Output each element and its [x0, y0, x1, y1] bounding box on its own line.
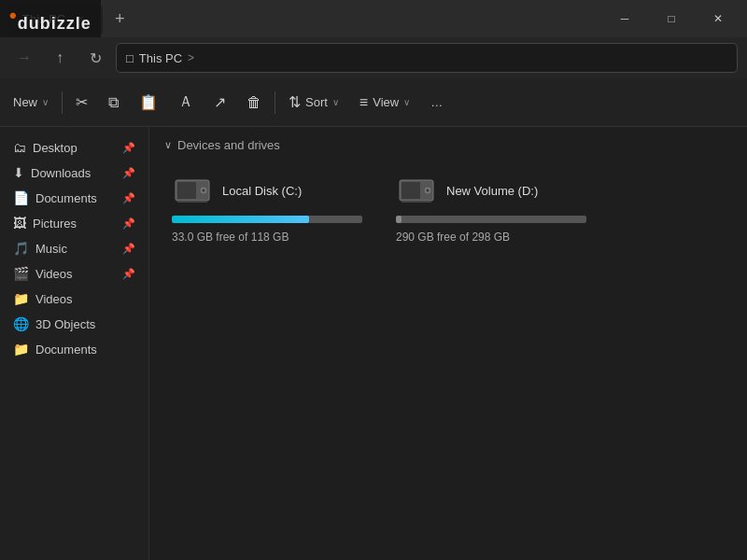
address-icon: □	[126, 51, 134, 65]
new-button[interactable]: New ∨	[4, 84, 58, 121]
sidebar-icon-videos2: 📁	[13, 291, 29, 306]
address-chevron-icon: >	[188, 51, 194, 64]
sidebar-item-3dobjects[interactable]: 🌐 3D Objects	[4, 312, 145, 336]
sort-caret-icon: ∨	[332, 97, 339, 107]
paste-button[interactable]: 📋	[130, 84, 167, 121]
cut-icon: ✂	[76, 93, 88, 111]
sidebar-label-documents2: Documents	[35, 343, 97, 357]
sort-label: Sort	[305, 95, 328, 109]
drive-name-d-drive: New Volume (D:)	[446, 184, 538, 198]
sidebar-item-documents2[interactable]: 📁 Documents	[4, 337, 145, 361]
maximize-button[interactable]: □	[650, 5, 693, 33]
sidebar-icon-downloads: ⬇	[13, 165, 24, 180]
sidebar-item-pictures[interactable]: 🖼 Pictures 📌	[4, 211, 145, 235]
watermark-text: dubizzle	[18, 14, 92, 33]
drives-row: Local Disk (C:) 33.0 GB free of 118 GB N…	[164, 165, 732, 251]
devices-section-header: ∨ Devices and drives	[164, 138, 732, 152]
pin-icon-videos: 📌	[122, 268, 135, 280]
cut-button[interactable]: ✂	[66, 84, 97, 121]
minimize-button[interactable]: ─	[603, 5, 646, 33]
share-button[interactable]: ↗	[204, 84, 235, 121]
watermark: •dubizzle	[0, 0, 101, 37]
drive-item-d-drive[interactable]: New Volume (D:) 290 GB free of 298 GB	[388, 165, 594, 251]
sidebar-icon-documents2: 📁	[13, 342, 29, 357]
sidebar-item-downloads[interactable]: ⬇ Downloads 📌	[4, 161, 145, 185]
drive-icon-d-drive	[396, 173, 437, 208]
up-button[interactable]: ↑	[45, 43, 75, 73]
copy-icon: ⧉	[108, 94, 119, 111]
pin-icon-pictures: 📌	[122, 217, 135, 230]
delete-button[interactable]: 🗑	[237, 84, 271, 121]
toolbar-separator-1	[62, 91, 63, 114]
title-bar: This PC ✕ + ─ □ ✕	[0, 0, 747, 37]
toolbar-separator-2	[275, 91, 275, 114]
content-pane: ∨ Devices and drives Local Disk (C:) 33.…	[149, 127, 747, 560]
svg-rect-9	[402, 201, 431, 203]
refresh-icon: ↻	[90, 49, 102, 67]
sidebar-icon-documents: 📄	[13, 190, 29, 205]
view-label: View	[373, 95, 399, 109]
refresh-button[interactable]: ↻	[80, 43, 110, 73]
paste-icon: 📋	[139, 93, 158, 111]
pin-icon-documents: 📌	[122, 192, 135, 204]
sidebar-label-documents: Documents	[35, 191, 97, 205]
drive-space-c-drive: 33.0 GB free of 118 GB	[172, 231, 362, 244]
sidebar-icon-music: 🎵	[13, 241, 29, 256]
new-label: New	[13, 95, 37, 109]
progress-bar-bg-c-drive	[172, 216, 362, 223]
rename-icon: Ａ	[178, 92, 193, 112]
sidebar-label-videos2: Videos	[35, 292, 73, 306]
rename-button[interactable]: Ａ	[169, 84, 203, 121]
back-icon: →	[17, 49, 32, 66]
toolbar: New ∨ ✂ ⧉ 📋 Ａ ↗ 🗑 ⇅ Sort ∨ ≡ View ∨ …	[0, 78, 747, 127]
address-bar[interactable]: □ This PC >	[116, 43, 738, 73]
svg-point-3	[203, 189, 205, 192]
svg-rect-6	[402, 182, 420, 199]
svg-point-8	[427, 189, 430, 192]
close-window-button[interactable]: ✕	[697, 5, 740, 33]
up-icon: ↑	[56, 49, 63, 66]
more-button[interactable]: …	[421, 84, 452, 121]
progress-bar-fill-d-drive	[396, 216, 402, 223]
pin-icon-desktop: 📌	[122, 142, 135, 154]
svg-rect-1	[177, 182, 196, 199]
sidebar-label-music: Music	[35, 242, 67, 256]
sidebar-icon-desktop: 🗂	[13, 140, 26, 155]
sidebar-label-pictures: Pictures	[33, 217, 77, 231]
main-area: 🗂 Desktop 📌 ⬇ Downloads 📌 📄 Documents 📌 …	[0, 127, 747, 560]
svg-rect-4	[177, 201, 207, 203]
drive-icon-c-drive	[172, 173, 213, 208]
drive-space-d-drive: 290 GB free of 298 GB	[396, 231, 586, 244]
new-tab-button[interactable]: +	[106, 6, 133, 32]
sidebar-item-music[interactable]: 🎵 Music 📌	[4, 236, 145, 260]
nav-bar: → ↑ ↻ □ This PC >	[0, 37, 747, 78]
sidebar-item-videos[interactable]: 🎬 Videos 📌	[4, 261, 145, 286]
pin-icon-music: 📌	[122, 243, 135, 255]
sort-button[interactable]: ⇅ Sort ∨	[279, 84, 348, 121]
progress-bar-bg-d-drive	[396, 216, 586, 223]
sidebar-label-videos: Videos	[35, 267, 73, 281]
sidebar-item-documents[interactable]: 📄 Documents 📌	[4, 186, 145, 210]
sidebar: 🗂 Desktop 📌 ⬇ Downloads 📌 📄 Documents 📌 …	[0, 127, 149, 560]
progress-bar-fill-c-drive	[172, 216, 309, 223]
delete-icon: 🗑	[247, 94, 261, 111]
drive-header-c-drive: Local Disk (C:)	[172, 173, 362, 208]
back-button[interactable]: →	[9, 43, 39, 73]
sidebar-icon-pictures: 🖼	[13, 216, 26, 231]
drive-name-c-drive: Local Disk (C:)	[222, 184, 302, 198]
drive-item-c-drive[interactable]: Local Disk (C:) 33.0 GB free of 118 GB	[164, 165, 370, 251]
section-title: Devices and drives	[177, 138, 280, 152]
sidebar-label-3dobjects: 3D Objects	[35, 317, 95, 331]
sidebar-item-videos2[interactable]: 📁 Videos	[4, 287, 145, 311]
window-controls: ─ □ ✕	[603, 5, 740, 33]
sort-icon: ⇅	[289, 93, 301, 111]
address-text: This PC	[139, 51, 182, 65]
sidebar-item-desktop[interactable]: 🗂 Desktop 📌	[4, 135, 145, 160]
copy-button[interactable]: ⧉	[99, 84, 128, 121]
sidebar-icon-videos: 🎬	[13, 266, 29, 281]
view-button[interactable]: ≡ View ∨	[350, 84, 419, 121]
sidebar-icon-3dobjects: 🌐	[13, 316, 29, 331]
drive-header-d-drive: New Volume (D:)	[396, 173, 586, 208]
view-caret-icon: ∨	[403, 97, 410, 107]
view-icon: ≡	[359, 94, 368, 111]
